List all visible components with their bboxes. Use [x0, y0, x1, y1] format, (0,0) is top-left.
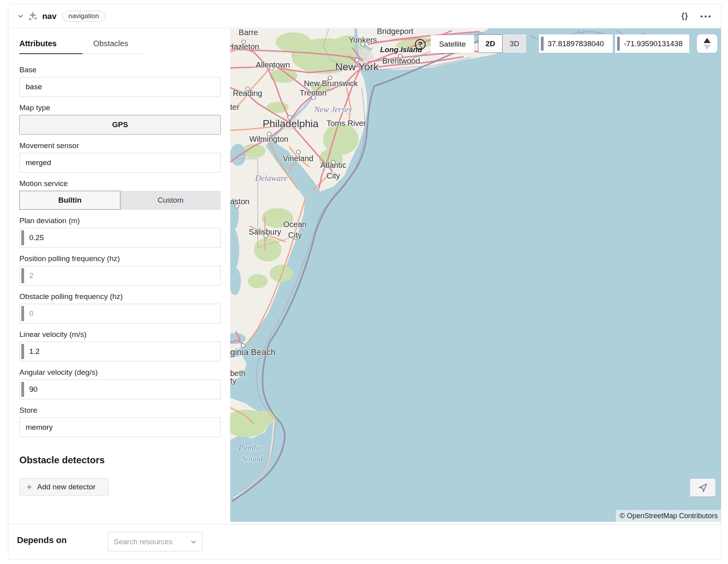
depends-on-heading: Depends on [17, 535, 67, 545]
longitude-input[interactable] [615, 34, 689, 53]
zoom-stepper[interactable] [697, 34, 717, 53]
add-detector-button[interactable]: + Add new detector [19, 478, 109, 496]
obstacle-polling-input[interactable] [19, 304, 221, 323]
mode-3d-button[interactable]: 3D [503, 34, 526, 53]
angular-velocity-label: Angular velocity (deg/s) [19, 368, 221, 377]
position-polling-input[interactable] [19, 266, 221, 286]
card-header: nav navigation {} ●●● [8, 4, 721, 28]
service-card: nav navigation {} ●●● Attributes Obstacl… [8, 4, 721, 560]
map-canvas[interactable]: Barre Hazleton Allentown Reading ter Yon… [230, 28, 721, 522]
collapse-chevron-icon[interactable] [17, 13, 24, 20]
json-mode-icon[interactable]: {} [681, 11, 689, 21]
plus-icon: + [26, 482, 32, 492]
add-detector-label: Add new detector [37, 483, 96, 491]
number-drag-handle[interactable] [21, 230, 24, 245]
tab-obstacles[interactable]: Obstacles [93, 39, 128, 54]
movement-sensor-label: Movement sensor [19, 141, 221, 150]
number-drag-handle[interactable] [21, 344, 24, 359]
base-label: Base [19, 66, 221, 74]
resource-type-badge: navigation [62, 11, 105, 22]
depends-on-select[interactable]: Search resources [108, 532, 203, 551]
help-icon[interactable]: ? [415, 39, 426, 50]
store-label: Store [19, 406, 221, 415]
plan-deviation-label: Plan deviation (m) [19, 216, 221, 225]
more-menu-icon[interactable]: ●●● [700, 13, 712, 19]
depends-on-section: Depends on Search resources [8, 524, 721, 560]
number-drag-handle[interactable] [21, 306, 24, 321]
zoom-out-arrow-icon[interactable] [704, 45, 711, 50]
map-type-gps-button[interactable]: GPS [19, 115, 221, 135]
plan-deviation-input[interactable] [19, 228, 221, 248]
navigation-arrow-icon [698, 483, 708, 493]
tab-attributes[interactable]: Attributes [19, 39, 83, 54]
mode-2d-button[interactable]: 2D [478, 34, 503, 53]
recenter-button[interactable] [690, 479, 715, 496]
latitude-field [539, 34, 613, 53]
store-input[interactable] [19, 417, 221, 437]
angular-velocity-input[interactable] [19, 380, 221, 399]
longitude-field [615, 34, 689, 53]
depends-on-placeholder: Search resources [114, 538, 190, 546]
motion-service-builtin-option[interactable]: Builtin [19, 191, 120, 210]
number-drag-handle[interactable] [617, 37, 620, 51]
latitude-input[interactable] [539, 34, 613, 53]
map-dimension-toggle: 2D 3D [478, 34, 526, 53]
obstacle-polling-label: Obstacle polling frequency (hz) [19, 292, 221, 301]
motion-service-custom-option[interactable]: Custom [120, 191, 221, 210]
number-drag-handle[interactable] [541, 37, 544, 51]
config-panel: Attributes Obstacles Base Map type GPS M… [8, 28, 230, 521]
number-drag-handle[interactable] [21, 268, 24, 283]
map-attribution: © OpenStreetMap Contributors [616, 510, 721, 522]
position-polling-label: Position polling frequency (hz) [19, 254, 221, 263]
motion-service-label: Motion service [19, 179, 221, 188]
movement-sensor-input[interactable] [19, 153, 221, 173]
obstacle-detectors-heading: Obstacle detectors [19, 455, 230, 466]
chevron-down-icon [190, 539, 197, 545]
panel-tabs: Attributes Obstacles [19, 39, 144, 54]
linear-velocity-label: Linear velocity (m/s) [19, 330, 221, 339]
linear-velocity-input[interactable] [19, 342, 221, 361]
map-type-label: Map type [19, 103, 221, 112]
base-input[interactable] [19, 77, 221, 97]
number-drag-handle[interactable] [21, 382, 24, 397]
map-tiles [230, 28, 721, 522]
satellite-toggle-button[interactable]: Satellite [431, 35, 474, 53]
motion-service-toggle: Builtin Custom [19, 191, 221, 210]
resource-title: nav [42, 11, 56, 21]
zoom-in-arrow-icon[interactable] [704, 38, 711, 43]
navigation-service-icon [27, 11, 38, 21]
